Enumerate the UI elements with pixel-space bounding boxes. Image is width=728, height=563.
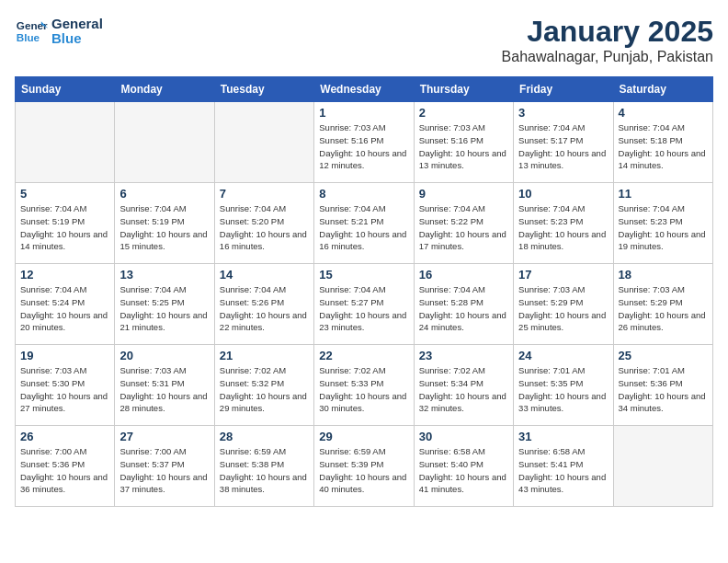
- calendar-cell: 30Sunrise: 6:58 AMSunset: 5:40 PMDayligh…: [414, 426, 513, 507]
- day-number: 6: [119, 187, 209, 201]
- calendar-cell: 19Sunrise: 7:03 AMSunset: 5:30 PMDayligh…: [16, 345, 115, 426]
- day-info: Sunrise: 7:04 AMSunset: 5:24 PMDaylight:…: [20, 283, 109, 334]
- calendar-cell: 14Sunrise: 7:04 AMSunset: 5:26 PMDayligh…: [214, 264, 313, 345]
- calendar-cell: 22Sunrise: 7:02 AMSunset: 5:33 PMDayligh…: [314, 345, 414, 426]
- calendar-cell: 23Sunrise: 7:02 AMSunset: 5:34 PMDayligh…: [414, 345, 513, 426]
- week-row-2: 5Sunrise: 7:04 AMSunset: 5:19 PMDaylight…: [16, 183, 713, 264]
- calendar-cell: 27Sunrise: 7:00 AMSunset: 5:37 PMDayligh…: [115, 426, 214, 507]
- day-info: Sunrise: 7:02 AMSunset: 5:32 PMDaylight:…: [220, 364, 309, 415]
- day-info: Sunrise: 7:04 AMSunset: 5:26 PMDaylight:…: [220, 283, 309, 334]
- header-day-monday: Monday: [115, 77, 214, 102]
- header-day-wednesday: Wednesday: [314, 77, 414, 102]
- calendar-cell: 24Sunrise: 7:01 AMSunset: 5:35 PMDayligh…: [514, 345, 613, 426]
- calendar-cell: 29Sunrise: 6:59 AMSunset: 5:39 PMDayligh…: [314, 426, 414, 507]
- day-info: Sunrise: 7:02 AMSunset: 5:34 PMDaylight:…: [419, 364, 508, 415]
- day-info: Sunrise: 7:04 AMSunset: 5:22 PMDaylight:…: [419, 202, 508, 253]
- day-number: 12: [20, 268, 109, 282]
- day-number: 31: [518, 430, 608, 443]
- calendar-cell: 21Sunrise: 7:02 AMSunset: 5:32 PMDayligh…: [214, 345, 313, 426]
- svg-text:Blue: Blue: [17, 31, 40, 43]
- day-info: Sunrise: 7:01 AMSunset: 5:36 PMDaylight:…: [619, 364, 708, 415]
- logo: General Blue General Blue: [15, 15, 103, 48]
- day-number: 16: [419, 268, 508, 282]
- calendar-cell: 25Sunrise: 7:01 AMSunset: 5:36 PMDayligh…: [613, 345, 712, 426]
- day-info: Sunrise: 7:00 AMSunset: 5:36 PMDaylight:…: [20, 445, 109, 496]
- day-number: 20: [119, 349, 209, 362]
- day-number: 30: [419, 430, 508, 443]
- day-info: Sunrise: 7:03 AMSunset: 5:16 PMDaylight:…: [319, 121, 408, 172]
- day-number: 29: [319, 430, 408, 443]
- calendar-cell: 3Sunrise: 7:04 AMSunset: 5:17 PMDaylight…: [514, 102, 613, 183]
- day-info: Sunrise: 6:58 AMSunset: 5:41 PMDaylight:…: [518, 445, 608, 496]
- calendar-cell: 17Sunrise: 7:03 AMSunset: 5:29 PMDayligh…: [514, 264, 613, 345]
- day-info: Sunrise: 7:04 AMSunset: 5:27 PMDaylight:…: [319, 283, 408, 334]
- calendar-cell: [16, 102, 115, 183]
- day-number: 4: [619, 106, 708, 120]
- header-day-thursday: Thursday: [414, 77, 513, 102]
- day-number: 24: [518, 349, 608, 362]
- calendar-cell: 8Sunrise: 7:04 AMSunset: 5:21 PMDaylight…: [314, 183, 414, 264]
- day-info: Sunrise: 7:03 AMSunset: 5:31 PMDaylight:…: [119, 364, 209, 415]
- calendar-title: January 2025: [502, 15, 713, 49]
- day-number: 22: [319, 349, 408, 362]
- day-info: Sunrise: 7:02 AMSunset: 5:33 PMDaylight:…: [319, 364, 408, 415]
- calendar-cell: 4Sunrise: 7:04 AMSunset: 5:18 PMDaylight…: [613, 102, 712, 183]
- day-number: 27: [119, 430, 209, 443]
- day-number: 21: [220, 349, 309, 362]
- logo-line2: Blue: [51, 31, 103, 47]
- calendar-cell: 5Sunrise: 7:04 AMSunset: 5:19 PMDaylight…: [16, 183, 115, 264]
- day-info: Sunrise: 7:04 AMSunset: 5:25 PMDaylight:…: [119, 283, 209, 334]
- header-day-tuesday: Tuesday: [214, 77, 313, 102]
- week-row-3: 12Sunrise: 7:04 AMSunset: 5:24 PMDayligh…: [16, 264, 713, 345]
- day-info: Sunrise: 7:04 AMSunset: 5:19 PMDaylight:…: [119, 202, 209, 253]
- header-day-saturday: Saturday: [613, 77, 712, 102]
- day-number: 5: [20, 187, 109, 201]
- day-number: 19: [20, 349, 109, 362]
- day-number: 23: [419, 349, 508, 362]
- day-number: 14: [220, 268, 309, 282]
- page-header: General Blue General Blue January 2025 B…: [15, 15, 713, 65]
- calendar-cell: 16Sunrise: 7:04 AMSunset: 5:28 PMDayligh…: [414, 264, 513, 345]
- calendar-cell: [214, 102, 313, 183]
- calendar-cell: 10Sunrise: 7:04 AMSunset: 5:23 PMDayligh…: [514, 183, 613, 264]
- calendar-cell: [115, 102, 214, 183]
- calendar-cell: 7Sunrise: 7:04 AMSunset: 5:20 PMDaylight…: [214, 183, 313, 264]
- calendar-cell: 20Sunrise: 7:03 AMSunset: 5:31 PMDayligh…: [115, 345, 214, 426]
- calendar-cell: 26Sunrise: 7:00 AMSunset: 5:36 PMDayligh…: [16, 426, 115, 507]
- title-section: January 2025 Bahawalnagar, Punjab, Pakis…: [502, 15, 713, 65]
- day-info: Sunrise: 7:04 AMSunset: 5:21 PMDaylight:…: [319, 202, 408, 253]
- day-number: 7: [220, 187, 309, 201]
- day-info: Sunrise: 7:04 AMSunset: 5:20 PMDaylight:…: [220, 202, 309, 253]
- day-info: Sunrise: 7:03 AMSunset: 5:30 PMDaylight:…: [20, 364, 109, 415]
- calendar-cell: 12Sunrise: 7:04 AMSunset: 5:24 PMDayligh…: [16, 264, 115, 345]
- day-number: 9: [419, 187, 508, 201]
- day-number: 1: [319, 106, 408, 120]
- day-info: Sunrise: 7:03 AMSunset: 5:16 PMDaylight:…: [419, 121, 508, 172]
- calendar-table: SundayMondayTuesdayWednesdayThursdayFrid…: [15, 76, 713, 507]
- day-number: 10: [518, 187, 608, 201]
- calendar-cell: [613, 426, 712, 507]
- logo-icon: General Blue: [15, 15, 48, 48]
- calendar-cell: 15Sunrise: 7:04 AMSunset: 5:27 PMDayligh…: [314, 264, 414, 345]
- header-day-sunday: Sunday: [16, 77, 115, 102]
- day-number: 11: [619, 187, 708, 201]
- calendar-cell: 2Sunrise: 7:03 AMSunset: 5:16 PMDaylight…: [414, 102, 513, 183]
- day-number: 25: [619, 349, 708, 362]
- day-number: 3: [518, 106, 608, 120]
- day-info: Sunrise: 7:00 AMSunset: 5:37 PMDaylight:…: [119, 445, 209, 496]
- week-row-5: 26Sunrise: 7:00 AMSunset: 5:36 PMDayligh…: [16, 426, 713, 507]
- day-number: 8: [319, 187, 408, 201]
- day-info: Sunrise: 7:04 AMSunset: 5:28 PMDaylight:…: [419, 283, 508, 334]
- calendar-cell: 28Sunrise: 6:59 AMSunset: 5:38 PMDayligh…: [214, 426, 313, 507]
- calendar-cell: 6Sunrise: 7:04 AMSunset: 5:19 PMDaylight…: [115, 183, 214, 264]
- calendar-cell: 11Sunrise: 7:04 AMSunset: 5:23 PMDayligh…: [613, 183, 712, 264]
- calendar-header-row: SundayMondayTuesdayWednesdayThursdayFrid…: [16, 77, 713, 102]
- week-row-4: 19Sunrise: 7:03 AMSunset: 5:30 PMDayligh…: [16, 345, 713, 426]
- day-number: 17: [518, 268, 608, 282]
- day-info: Sunrise: 7:04 AMSunset: 5:18 PMDaylight:…: [619, 121, 708, 172]
- calendar-cell: 18Sunrise: 7:03 AMSunset: 5:29 PMDayligh…: [613, 264, 712, 345]
- day-number: 2: [419, 106, 508, 120]
- day-number: 13: [119, 268, 209, 282]
- day-number: 18: [619, 268, 708, 282]
- day-info: Sunrise: 7:04 AMSunset: 5:23 PMDaylight:…: [619, 202, 708, 253]
